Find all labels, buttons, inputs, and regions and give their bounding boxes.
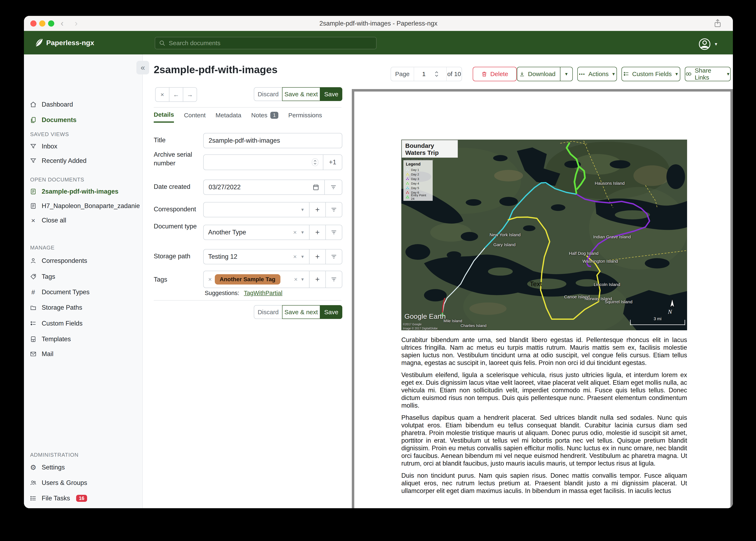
tasks-list-icon: [30, 495, 37, 502]
storage-path-label: Storage path: [154, 252, 202, 261]
document-type-select[interactable]: Another Type × ▼: [204, 225, 309, 240]
open-document-current[interactable]: 2sample-pdf-with-images: [30, 184, 139, 199]
asn-spinner[interactable]: [312, 158, 318, 166]
map-place-label: Gary Island: [493, 242, 515, 247]
page-spinner[interactable]: [435, 71, 439, 77]
tab-notes[interactable]: Notes 1: [251, 111, 279, 123]
date-filter-button[interactable]: [324, 180, 342, 195]
save-button[interactable]: Save: [320, 87, 342, 101]
sidebar-item-storage-paths[interactable]: Storage Paths: [30, 300, 139, 315]
remove-tag-icon[interactable]: ×: [208, 276, 212, 283]
discard-button[interactable]: Discard: [254, 87, 282, 101]
sidebar-item-document-types[interactable]: # Document Types: [30, 285, 139, 299]
sidebar-item-correspondents[interactable]: Correspondents: [30, 254, 139, 268]
sidebar-item-settings[interactable]: ⚙ Settings: [30, 460, 139, 475]
storage-path-field: Testing 12 × ▼ +: [203, 249, 342, 264]
tag-suggestions: Suggestions: TagWithPartial: [205, 290, 282, 296]
date-input[interactable]: [208, 183, 303, 191]
save-button[interactable]: Save: [320, 305, 342, 319]
save-group-top: Discard Save & next Save: [254, 87, 342, 101]
macos-titlebar: ‹ › 2sample-pdf-with-images - Paperless-…: [24, 16, 733, 31]
user-menu[interactable]: ▼: [698, 38, 718, 51]
next-document-button[interactable]: →: [183, 88, 197, 101]
chevron-down-icon[interactable]: ▼: [300, 255, 305, 259]
storage-path-add-button[interactable]: +: [309, 250, 325, 264]
download-button[interactable]: Download ▼: [517, 67, 573, 81]
tab-metadata[interactable]: Metadata: [215, 111, 241, 123]
document-type-add-button[interactable]: +: [309, 225, 325, 240]
tab-permissions[interactable]: Permissions: [288, 111, 322, 123]
sidebar-item-mail[interactable]: Mail: [30, 347, 139, 361]
title-input[interactable]: [208, 137, 337, 145]
chevron-down-icon: ▼: [564, 72, 568, 77]
map-place-label: Squirrel Island: [605, 299, 632, 304]
sidebar-collapse-button[interactable]: «: [136, 61, 149, 74]
chevron-down-icon[interactable]: ▼: [300, 277, 305, 282]
app-header: Paperless-ngx ▼: [24, 31, 733, 54]
asn-input[interactable]: [208, 158, 308, 166]
discard-button[interactable]: Discard: [254, 305, 282, 319]
storage-path-filter-button[interactable]: [325, 250, 342, 264]
tags-filter-button[interactable]: [325, 271, 342, 287]
sidebar-item-documents[interactable]: Documents: [30, 113, 139, 127]
sidebar-item-inbox[interactable]: Inbox: [30, 139, 139, 154]
tab-details[interactable]: Details: [154, 111, 174, 123]
legend-item: Day 1: [406, 168, 430, 172]
sidebar-item-logs[interactable]: Logs: [30, 506, 139, 508]
share-links-button[interactable]: Share Links ▼: [685, 67, 731, 81]
calendar-icon: [312, 184, 319, 191]
share-icon[interactable]: [713, 19, 722, 28]
download-split-caret[interactable]: ▼: [560, 67, 572, 81]
sidebar-item-users-groups[interactable]: Users & Groups: [30, 476, 139, 490]
map-place-label: New York Island: [490, 233, 521, 237]
link-icon: [685, 71, 692, 77]
person-icon: [30, 257, 37, 264]
clear-icon[interactable]: ×: [294, 276, 298, 283]
document-type-filter-button[interactable]: [325, 225, 342, 240]
mail-icon: [30, 350, 37, 357]
sidebar-item-custom-fields[interactable]: Custom Fields: [30, 316, 139, 331]
day-dots-icon: [406, 191, 409, 194]
legend-title: Legend: [406, 162, 430, 167]
documents-icon: [30, 117, 37, 124]
correspondent-select[interactable]: ▼: [204, 203, 309, 217]
sidebar-item-file-tasks[interactable]: File Tasks 16: [30, 491, 139, 506]
correspondent-filter-button[interactable]: [325, 203, 342, 217]
chevron-down-icon[interactable]: ▼: [300, 230, 305, 235]
tab-content[interactable]: Content: [184, 111, 206, 123]
sidebar-item-tags[interactable]: Tags: [30, 270, 139, 284]
suggestion-link[interactable]: TagWithPartial: [244, 290, 282, 296]
search-input[interactable]: [168, 39, 372, 47]
sidebar-item-dashboard[interactable]: Dashboard: [30, 97, 139, 112]
correspondent-add-button[interactable]: +: [309, 203, 325, 217]
save-next-button[interactable]: Save & next: [282, 305, 320, 319]
page-number-input[interactable]: [422, 70, 433, 78]
chevron-down-icon: ▼: [714, 42, 718, 47]
tags-select[interactable]: × Another Sample Tag × ▼: [204, 271, 309, 287]
title-field: [203, 133, 342, 148]
sidebar-item-recently-added[interactable]: Recently Added: [30, 154, 139, 168]
date-picker-button[interactable]: [307, 180, 324, 195]
entry-point-icon: [406, 196, 409, 198]
tags-field: × Another Sample Tag × ▼ +: [203, 271, 342, 288]
asn-plus-one-button[interactable]: +1: [323, 155, 342, 170]
chevron-down-icon[interactable]: ▼: [300, 208, 305, 212]
delete-button[interactable]: Delete: [473, 67, 517, 81]
storage-path-select[interactable]: Testing 12 × ▼: [204, 250, 309, 264]
global-search[interactable]: [155, 37, 377, 49]
open-document-other[interactable]: H7_Napoleon_Bonaparte_zadanie: [30, 199, 139, 213]
sidebar-item-templates[interactable]: Templates: [30, 332, 139, 346]
save-next-button[interactable]: Save & next: [282, 87, 320, 101]
actions-button[interactable]: ⋯ Actions ▼: [577, 67, 617, 81]
tags-add-button[interactable]: +: [309, 271, 325, 287]
custom-fields-button[interactable]: Custom Fields ▼: [621, 67, 680, 81]
clear-icon[interactable]: ×: [293, 229, 297, 236]
close-all-button[interactable]: × Close all: [30, 213, 139, 228]
correspondent-field: ▼ +: [203, 202, 342, 217]
tag-chip[interactable]: Another Sample Tag: [215, 274, 280, 284]
close-document-button[interactable]: ×: [156, 88, 169, 101]
day-dots-icon: [406, 182, 409, 185]
clear-icon[interactable]: ×: [293, 253, 297, 260]
previous-document-button[interactable]: ←: [169, 88, 183, 101]
gear-icon: ⚙: [30, 464, 37, 471]
